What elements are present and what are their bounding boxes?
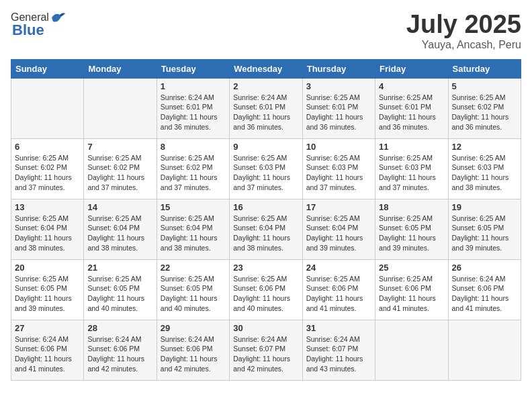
day-detail: Sunrise: 6:25 AM Sunset: 6:02 PM Dayligh… [452, 93, 517, 132]
day-number: 31 [306, 323, 371, 333]
day-number: 24 [306, 263, 371, 273]
day-cell: 11Sunrise: 6:25 AM Sunset: 6:03 PM Dayli… [375, 138, 448, 199]
day-number: 19 [452, 202, 517, 212]
day-number: 6 [15, 142, 80, 152]
day-detail: Sunrise: 6:24 AM Sunset: 6:01 PM Dayligh… [161, 93, 226, 132]
day-cell: 29Sunrise: 6:24 AM Sunset: 6:06 PM Dayli… [157, 320, 229, 380]
day-cell: 7Sunrise: 6:25 AM Sunset: 6:02 PM Daylig… [84, 138, 157, 199]
day-detail: Sunrise: 6:24 AM Sunset: 6:06 PM Dayligh… [452, 274, 517, 314]
day-cell: 9Sunrise: 6:25 AM Sunset: 6:03 PM Daylig… [230, 138, 302, 199]
day-number: 15 [161, 202, 226, 212]
day-detail: Sunrise: 6:25 AM Sunset: 6:05 PM Dayligh… [15, 274, 80, 314]
day-number: 30 [233, 323, 298, 333]
week-row-5: 27Sunrise: 6:24 AM Sunset: 6:06 PM Dayli… [11, 320, 521, 380]
day-number: 5 [452, 81, 517, 91]
day-cell [448, 320, 521, 380]
day-number: 28 [87, 323, 152, 333]
day-detail: Sunrise: 6:24 AM Sunset: 6:07 PM Dayligh… [233, 334, 298, 374]
day-number: 23 [233, 263, 298, 273]
page-header: General Blue July 2025 Yauya, Ancash, Pe… [11, 11, 521, 51]
week-row-3: 13Sunrise: 6:25 AM Sunset: 6:04 PM Dayli… [11, 199, 521, 259]
day-detail: Sunrise: 6:25 AM Sunset: 6:01 PM Dayligh… [379, 93, 444, 132]
day-number: 14 [87, 202, 152, 212]
day-cell: 20Sunrise: 6:25 AM Sunset: 6:05 PM Dayli… [11, 259, 84, 320]
day-cell: 21Sunrise: 6:25 AM Sunset: 6:05 PM Dayli… [84, 259, 157, 320]
day-detail: Sunrise: 6:25 AM Sunset: 6:01 PM Dayligh… [306, 93, 371, 132]
day-detail: Sunrise: 6:25 AM Sunset: 6:05 PM Dayligh… [379, 214, 444, 253]
day-cell: 25Sunrise: 6:25 AM Sunset: 6:06 PM Dayli… [375, 259, 448, 320]
day-detail: Sunrise: 6:24 AM Sunset: 6:06 PM Dayligh… [161, 334, 226, 374]
day-cell: 14Sunrise: 6:25 AM Sunset: 6:04 PM Dayli… [84, 199, 157, 259]
day-cell: 18Sunrise: 6:25 AM Sunset: 6:05 PM Dayli… [375, 199, 448, 259]
day-cell: 28Sunrise: 6:24 AM Sunset: 6:06 PM Dayli… [84, 320, 157, 380]
day-number: 27 [15, 323, 80, 333]
weekday-header-row: SundayMondayTuesdayWednesdayThursdayFrid… [11, 59, 521, 78]
weekday-header-wednesday: Wednesday [230, 59, 302, 78]
day-cell: 10Sunrise: 6:25 AM Sunset: 6:03 PM Dayli… [302, 138, 375, 199]
day-number: 2 [233, 81, 298, 91]
day-number: 16 [233, 202, 298, 212]
day-cell: 6Sunrise: 6:25 AM Sunset: 6:02 PM Daylig… [11, 138, 84, 199]
day-detail: Sunrise: 6:25 AM Sunset: 6:06 PM Dayligh… [233, 274, 298, 314]
day-detail: Sunrise: 6:25 AM Sunset: 6:06 PM Dayligh… [306, 274, 371, 314]
day-detail: Sunrise: 6:25 AM Sunset: 6:04 PM Dayligh… [87, 214, 152, 253]
day-cell: 13Sunrise: 6:25 AM Sunset: 6:04 PM Dayli… [11, 199, 84, 259]
day-number: 18 [379, 202, 444, 212]
day-cell [375, 320, 448, 380]
day-cell: 3Sunrise: 6:25 AM Sunset: 6:01 PM Daylig… [302, 78, 375, 138]
day-number: 7 [87, 142, 152, 152]
day-detail: Sunrise: 6:25 AM Sunset: 6:05 PM Dayligh… [161, 274, 226, 314]
day-cell: 2Sunrise: 6:24 AM Sunset: 6:01 PM Daylig… [230, 78, 302, 138]
day-detail: Sunrise: 6:24 AM Sunset: 6:01 PM Dayligh… [233, 93, 298, 132]
day-cell: 19Sunrise: 6:25 AM Sunset: 6:05 PM Dayli… [448, 199, 521, 259]
day-detail: Sunrise: 6:25 AM Sunset: 6:04 PM Dayligh… [306, 214, 371, 253]
day-cell [84, 78, 157, 138]
day-number: 26 [452, 263, 517, 273]
weekday-header-monday: Monday [84, 59, 157, 78]
weekday-header-friday: Friday [375, 59, 448, 78]
day-cell: 27Sunrise: 6:24 AM Sunset: 6:06 PM Dayli… [11, 320, 84, 380]
day-detail: Sunrise: 6:25 AM Sunset: 6:03 PM Dayligh… [306, 153, 371, 193]
title-area: July 2025 Yauya, Ancash, Peru [406, 11, 521, 51]
day-number: 20 [15, 263, 80, 273]
day-cell: 23Sunrise: 6:25 AM Sunset: 6:06 PM Dayli… [230, 259, 302, 320]
day-cell: 12Sunrise: 6:25 AM Sunset: 6:03 PM Dayli… [448, 138, 521, 199]
day-detail: Sunrise: 6:25 AM Sunset: 6:04 PM Dayligh… [161, 214, 226, 253]
day-detail: Sunrise: 6:24 AM Sunset: 6:06 PM Dayligh… [87, 334, 152, 374]
weekday-header-thursday: Thursday [302, 59, 375, 78]
weekday-header-saturday: Saturday [448, 59, 521, 78]
calendar-table: SundayMondayTuesdayWednesdayThursdayFrid… [11, 59, 521, 381]
day-detail: Sunrise: 6:25 AM Sunset: 6:03 PM Dayligh… [379, 153, 444, 193]
logo: General Blue [11, 11, 65, 39]
day-detail: Sunrise: 6:25 AM Sunset: 6:04 PM Dayligh… [233, 214, 298, 253]
day-number: 1 [161, 81, 226, 91]
day-cell [11, 78, 84, 138]
day-number: 10 [306, 142, 371, 152]
day-number: 11 [379, 142, 444, 152]
day-detail: Sunrise: 6:25 AM Sunset: 6:02 PM Dayligh… [161, 153, 226, 193]
day-cell: 5Sunrise: 6:25 AM Sunset: 6:02 PM Daylig… [448, 78, 521, 138]
day-detail: Sunrise: 6:25 AM Sunset: 6:06 PM Dayligh… [379, 274, 444, 314]
day-cell: 4Sunrise: 6:25 AM Sunset: 6:01 PM Daylig… [375, 78, 448, 138]
day-number: 29 [161, 323, 226, 333]
day-number: 22 [161, 263, 226, 273]
day-detail: Sunrise: 6:25 AM Sunset: 6:02 PM Dayligh… [15, 153, 80, 193]
day-detail: Sunrise: 6:25 AM Sunset: 6:05 PM Dayligh… [452, 214, 517, 253]
week-row-1: 1Sunrise: 6:24 AM Sunset: 6:01 PM Daylig… [11, 78, 521, 138]
day-number: 8 [161, 142, 226, 152]
weekday-header-sunday: Sunday [11, 59, 84, 78]
day-detail: Sunrise: 6:24 AM Sunset: 6:07 PM Dayligh… [306, 334, 371, 374]
day-cell: 31Sunrise: 6:24 AM Sunset: 6:07 PM Dayli… [302, 320, 375, 380]
day-number: 13 [15, 202, 80, 212]
day-detail: Sunrise: 6:25 AM Sunset: 6:04 PM Dayligh… [15, 214, 80, 253]
day-detail: Sunrise: 6:25 AM Sunset: 6:03 PM Dayligh… [233, 153, 298, 193]
day-number: 3 [306, 81, 371, 91]
location-title: Yauya, Ancash, Peru [406, 39, 521, 51]
day-number: 4 [379, 81, 444, 91]
day-cell: 30Sunrise: 6:24 AM Sunset: 6:07 PM Dayli… [230, 320, 302, 380]
day-detail: Sunrise: 6:24 AM Sunset: 6:06 PM Dayligh… [15, 334, 80, 374]
logo-blue-text: Blue [12, 21, 44, 39]
day-cell: 17Sunrise: 6:25 AM Sunset: 6:04 PM Dayli… [302, 199, 375, 259]
day-detail: Sunrise: 6:25 AM Sunset: 6:02 PM Dayligh… [87, 153, 152, 193]
week-row-2: 6Sunrise: 6:25 AM Sunset: 6:02 PM Daylig… [11, 138, 521, 199]
